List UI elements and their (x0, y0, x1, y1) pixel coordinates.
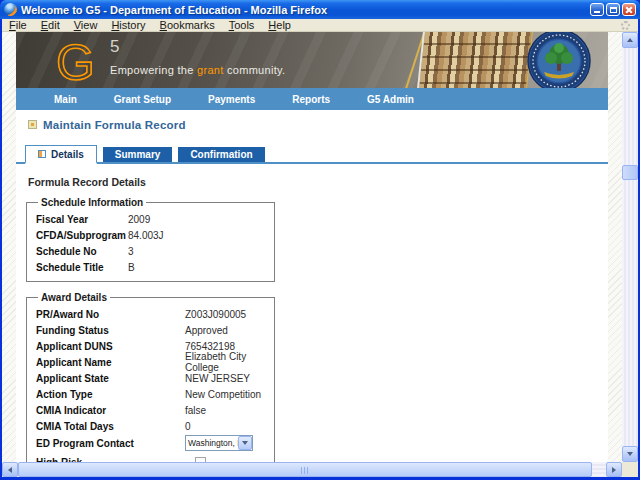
field-label: Schedule No (36, 246, 128, 257)
field-value: 84.003J (128, 230, 164, 241)
tab-label: Confirmation (190, 149, 252, 160)
field-label: Fiscal Year (36, 214, 128, 225)
ed-program-contact-select[interactable]: Washington, Ed (185, 435, 253, 451)
chevron-right-icon (612, 467, 616, 473)
menu-item[interactable]: Edit (34, 19, 67, 32)
main-area: Maintain Formula Record Details Summary (16, 118, 608, 462)
chevron-down-icon (627, 452, 633, 456)
vertical-scrollbar[interactable] (622, 32, 638, 462)
logo-5-icon: 5 (110, 37, 119, 56)
field-label: CMIA Indicator (36, 405, 185, 416)
field-row: Applicant Name Elizabeth City College (36, 354, 274, 370)
horizontal-scroll-thumb[interactable] (18, 462, 592, 477)
field-row: Fiscal Year 2009 (36, 211, 274, 227)
minimize-icon (594, 11, 600, 13)
field-label: PR/Award No (36, 309, 185, 320)
field-row: Schedule Title B (36, 259, 274, 275)
scroll-up-button[interactable] (622, 32, 638, 48)
tab-bar: Details Summary Confirmation (16, 145, 608, 164)
field-row: Funding Status Approved (36, 322, 274, 338)
field-value: Approved (185, 325, 228, 336)
minimize-button[interactable] (590, 3, 604, 16)
logo-g-icon: G (56, 36, 95, 84)
high-risk-row: High Risk (36, 454, 274, 462)
tab[interactable]: Confirmation (178, 147, 264, 162)
details-tab-icon (38, 150, 46, 158)
field-row: CMIA Total Days 0 (36, 418, 274, 434)
page-title-row: Maintain Formula Record (28, 118, 608, 131)
page-content: G 5 Empowering the grant community. (16, 32, 608, 462)
field-value: 0 (185, 421, 191, 432)
scrollbar-corner (622, 462, 638, 477)
chevron-left-icon (8, 467, 12, 473)
maximize-button[interactable] (606, 3, 620, 16)
page-bullet-icon (28, 120, 37, 129)
g5-banner: G 5 Empowering the grant community. (16, 32, 608, 88)
browser-window: Welcome to G5 - Department of Education … (0, 0, 640, 480)
award-fields: PR/Award No Z003J090005 Funding Status A… (36, 306, 274, 434)
schedule-information-legend: Schedule Information (38, 197, 146, 208)
field-row: CMIA Indicator false (36, 402, 274, 418)
award-details-legend: Award Details (38, 292, 110, 303)
menu-item[interactable]: View (67, 19, 105, 32)
page-title: Maintain Formula Record (43, 119, 186, 131)
field-label: Applicant Name (36, 357, 185, 368)
field-value: 2009 (128, 214, 150, 225)
field-value: New Competition (185, 389, 261, 400)
schedule-fields: Fiscal Year 2009 CFDA/Subprogram 84.003J… (36, 211, 274, 275)
field-row: PR/Award No Z003J090005 (36, 306, 274, 322)
firefox-icon[interactable] (1, 0, 19, 18)
field-label: Schedule Title (36, 262, 128, 273)
award-details-fieldset: Award Details PR/Award No Z003J090005 Fu… (26, 292, 275, 462)
vertical-scroll-thumb[interactable] (622, 165, 638, 180)
menu-item[interactable]: History (104, 19, 152, 32)
field-value: false (185, 405, 206, 416)
field-value: Z003J090005 (185, 309, 246, 320)
menu-item[interactable]: Tools (222, 19, 262, 32)
throbber-icon (621, 21, 630, 30)
tab[interactable]: Details (25, 145, 97, 164)
menu-item[interactable]: Bookmarks (153, 19, 222, 32)
scroll-down-button[interactable] (622, 446, 638, 462)
section-heading: Formula Record Details (28, 176, 608, 188)
nav-item[interactable]: Payments (208, 94, 255, 105)
selected-contact: Washington, Ed (186, 438, 238, 448)
nav-item[interactable]: Main (54, 94, 77, 105)
g5-logo: G 5 (54, 36, 138, 84)
field-label: ED Program Contact (36, 438, 185, 449)
tab-label: Summary (115, 149, 161, 160)
field-row: Applicant State NEW JERSEY (36, 370, 274, 386)
menu-bar: File Edit View History Bookmarks Tools H… (2, 19, 638, 32)
field-row: Action Type New Competition (36, 386, 274, 402)
menu-item[interactable]: Help (261, 19, 298, 32)
field-label: Applicant State (36, 373, 185, 384)
menu-item[interactable]: File (2, 19, 34, 32)
window-title: Welcome to G5 - Department of Education … (21, 4, 590, 16)
tab[interactable]: Summary (103, 147, 173, 162)
ed-program-contact-row: ED Program Contact Washington, Ed (36, 434, 274, 452)
field-value: NEW JERSEY (185, 373, 250, 384)
seal-icon (526, 32, 592, 88)
field-label: CMIA Total Days (36, 421, 185, 432)
scroll-right-button[interactable] (606, 462, 622, 477)
maximize-icon (610, 7, 617, 13)
horizontal-scrollbar[interactable] (2, 462, 622, 477)
close-button[interactable] (622, 3, 636, 16)
banner-tagline: Empowering the grant community. (110, 64, 285, 76)
nav-item[interactable]: Reports (292, 94, 330, 105)
chevron-up-icon (627, 38, 633, 42)
field-label: Applicant DUNS (36, 341, 185, 352)
scroll-left-button[interactable] (2, 462, 18, 477)
bookshelf-photo (417, 32, 533, 88)
select-dropdown-button[interactable] (238, 436, 252, 450)
nav-item[interactable]: Grant Setup (114, 94, 171, 105)
chevron-down-icon (242, 441, 248, 445)
main-nav: Main Grant Setup Payments Reports G5 Adm… (16, 88, 608, 110)
field-value: B (128, 262, 135, 273)
page-viewport: G 5 Empowering the grant community. (2, 32, 622, 462)
field-label: Action Type (36, 389, 185, 400)
window-controls (590, 3, 636, 16)
field-value: Elizabeth City College (185, 351, 274, 373)
nav-item[interactable]: G5 Admin (367, 94, 414, 105)
title-bar: Welcome to G5 - Department of Education … (0, 0, 640, 19)
